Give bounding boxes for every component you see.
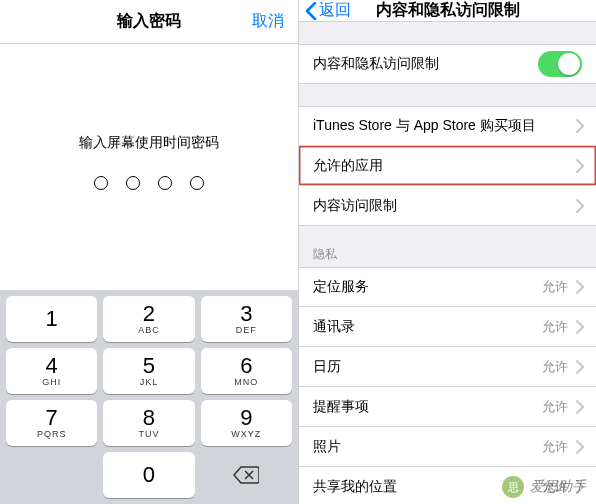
cell-value: 允许 <box>542 398 568 416</box>
cell-value: 允许 <box>542 278 568 296</box>
nav-bar-left: 输入密码 取消 <box>0 0 298 44</box>
cell-label: 提醒事项 <box>313 398 369 416</box>
chevron-right-icon <box>576 119 584 133</box>
passcode-area: 输入屏幕使用时间密码 <box>0 44 298 290</box>
master-toggle-section: 内容和隐私访问限制 <box>299 44 596 84</box>
cell-value: 允许 <box>542 318 568 336</box>
cell-label: 内容访问限制 <box>313 197 397 215</box>
chevron-right-icon <box>576 280 584 294</box>
passcode-dot <box>94 176 108 190</box>
key-9[interactable]: 9WXYZ <box>201 400 292 446</box>
passcode-dot <box>190 176 204 190</box>
cell-value: 允许 <box>542 358 568 376</box>
numeric-keypad: 1 2ABC 3DEF 4GHI 5JKL 6MNO 7PQRS 8TUV 9W… <box>0 290 298 504</box>
cell-value: 允许 <box>542 438 568 456</box>
cell-label: 日历 <box>313 358 341 376</box>
passcode-dots <box>94 176 204 190</box>
chevron-left-icon <box>305 2 317 20</box>
key-1[interactable]: 1 <box>6 296 97 342</box>
key-4[interactable]: 4GHI <box>6 348 97 394</box>
content-section: iTunes Store 与 App Store 购买项目允许的应用内容访问限制 <box>299 106 596 226</box>
chevron-right-icon <box>576 159 584 173</box>
settings-cell[interactable]: 允许的应用 <box>299 146 596 186</box>
toggle-knob <box>558 53 580 75</box>
key-6[interactable]: 6MNO <box>201 348 292 394</box>
privacy-cell[interactable]: 照片允许 <box>299 427 596 467</box>
watermark-text: 爱思助手 <box>530 478 586 496</box>
passcode-dot <box>126 176 140 190</box>
backspace-key[interactable] <box>201 452 292 498</box>
privacy-cell[interactable]: 提醒事项允许 <box>299 387 596 427</box>
privacy-section: 定位服务允许通讯录允许日历允许提醒事项允许照片允许共享我的位置允许蓝牙共享允许 <box>299 267 596 504</box>
cell-label: 照片 <box>313 438 341 456</box>
nav-title: 输入密码 <box>117 11 181 32</box>
key-2[interactable]: 2ABC <box>103 296 194 342</box>
key-3[interactable]: 3DEF <box>201 296 292 342</box>
cancel-button[interactable]: 取消 <box>252 11 284 32</box>
chevron-right-icon <box>576 400 584 414</box>
nav-title: 内容和隐私访问限制 <box>376 0 520 21</box>
settings-cell[interactable]: iTunes Store 与 App Store 购买项目 <box>299 106 596 146</box>
chevron-right-icon <box>576 320 584 334</box>
privacy-cell[interactable]: 通讯录允许 <box>299 307 596 347</box>
cell-label: 定位服务 <box>313 278 369 296</box>
privacy-cell[interactable]: 日历允许 <box>299 347 596 387</box>
watermark: 思 爱思助手 <box>502 476 586 498</box>
key-8[interactable]: 8TUV <box>103 400 194 446</box>
nav-bar-right: 返回 内容和隐私访问限制 <box>299 0 596 22</box>
key-0[interactable]: 0 <box>103 452 194 498</box>
privacy-cell[interactable]: 定位服务允许 <box>299 267 596 307</box>
key-5[interactable]: 5JKL <box>103 348 194 394</box>
master-toggle-cell[interactable]: 内容和隐私访问限制 <box>299 44 596 84</box>
master-toggle[interactable] <box>538 51 582 77</box>
passcode-dot <box>158 176 172 190</box>
cell-label: 内容和隐私访问限制 <box>313 55 439 73</box>
watermark-icon: 思 <box>502 476 524 498</box>
chevron-right-icon <box>576 199 584 213</box>
back-button[interactable]: 返回 <box>305 0 351 21</box>
cell-label: 允许的应用 <box>313 157 383 175</box>
passcode-pane: 输入密码 取消 输入屏幕使用时间密码 1 2ABC 3DEF 4GHI 5JKL… <box>0 0 298 504</box>
privacy-header: 隐私 <box>299 240 596 267</box>
cell-label: iTunes Store 与 App Store 购买项目 <box>313 117 536 135</box>
restrictions-pane: 返回 内容和隐私访问限制 内容和隐私访问限制 iTunes Store 与 Ap… <box>298 0 596 504</box>
passcode-prompt: 输入屏幕使用时间密码 <box>79 134 219 152</box>
chevron-right-icon <box>576 360 584 374</box>
cell-label: 通讯录 <box>313 318 355 336</box>
chevron-right-icon <box>576 440 584 454</box>
backspace-icon <box>233 465 259 485</box>
settings-cell[interactable]: 内容访问限制 <box>299 186 596 226</box>
key-blank <box>6 452 97 498</box>
cell-label: 共享我的位置 <box>313 478 397 496</box>
key-7[interactable]: 7PQRS <box>6 400 97 446</box>
